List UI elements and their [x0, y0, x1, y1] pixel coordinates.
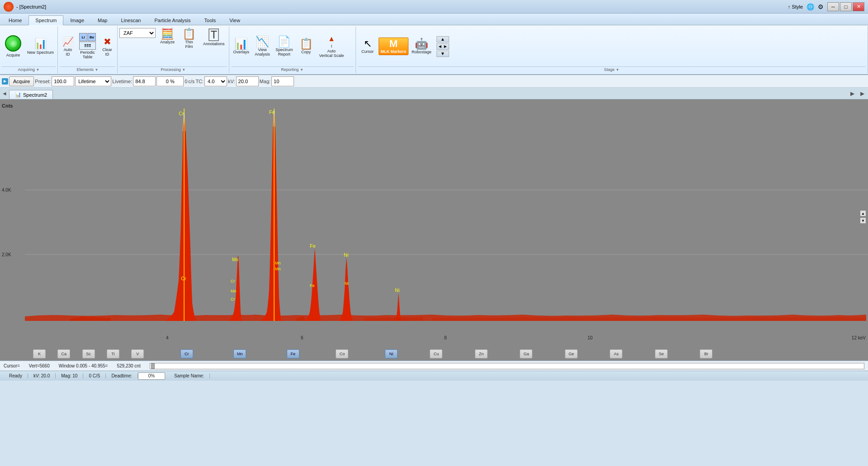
zaf-method-select[interactable]: ZAF Phi-Rho-Z: [119, 28, 156, 38]
app-icon: [4, 2, 14, 12]
ribbon: Acquire 📊 New Spectrum Acquiring ▼ 📈 Aut…: [0, 25, 868, 75]
scrollbar[interactable]: [150, 363, 864, 369]
tab-map[interactable]: Map: [91, 15, 114, 25]
kv-label: kV:: [228, 79, 235, 84]
tab-spectrum[interactable]: Spectrum: [28, 15, 63, 25]
view-analysis-icon: 📉: [256, 36, 269, 47]
tc-select[interactable]: 4.0: [204, 76, 227, 86]
element-markers-row: 4 6 8 10 12 keV: [0, 334, 868, 348]
spectrum-main: Cnts 4.0K 2.0K Cr Cr Fe Mn Cr Mn Cr M: [0, 99, 868, 334]
reporting-group-label: Reporting ▼: [231, 66, 354, 72]
elements-group-label: Elements ▼: [60, 66, 115, 72]
x-label-4: 4: [166, 335, 169, 340]
cursor-label: Cursor=: [4, 363, 20, 368]
svg-text:Mn: Mn: [275, 261, 281, 265]
elem-btn-Fe[interactable]: Fe: [287, 349, 299, 358]
elem-btn-Br[interactable]: Br: [700, 349, 712, 358]
elem-btn-Ge[interactable]: Ge: [565, 349, 578, 358]
tab-home[interactable]: Home: [2, 15, 28, 25]
elem-btn-Zn[interactable]: Zn: [475, 349, 488, 358]
elem-btn-Ti[interactable]: Ti: [107, 349, 119, 358]
svg-text:Fe: Fe: [310, 243, 316, 249]
spectrum2-tab[interactable]: 📊 Spectrum2: [9, 90, 53, 99]
status-mag: Mag: 10: [56, 373, 83, 378]
preset-input[interactable]: [52, 76, 74, 86]
robostage-button[interactable]: 🤖 Robostage: [409, 37, 434, 56]
toolbar-acquire-button[interactable]: Acquire: [9, 76, 34, 86]
acquiring-group-label: Acquiring ▼: [2, 66, 56, 72]
elem-btn-V[interactable]: V: [131, 349, 144, 358]
acquire-icon: [5, 35, 21, 52]
tab-view[interactable]: View: [223, 15, 247, 25]
copy-icon: 📋: [299, 38, 313, 49]
y-axis-label: Cnts: [2, 103, 13, 108]
elem-btn-Mn[interactable]: Mn: [233, 349, 246, 358]
x-axis-labels: 4 6 8 10 12 keV: [25, 334, 868, 348]
spectrum-report-button[interactable]: 📄 SpectrumReport: [273, 35, 295, 58]
scroll-left-button[interactable]: ◄: [2, 90, 7, 97]
svg-text:Fe: Fe: [310, 283, 315, 288]
lifetime-select[interactable]: Lifetime Realtime: [75, 76, 111, 86]
livetime-label: Livetime:: [112, 79, 132, 84]
mlk-markers-button[interactable]: M MLK Markers: [379, 38, 409, 56]
tab-image[interactable]: Image: [63, 15, 91, 25]
close-button[interactable]: ✕: [853, 2, 864, 11]
counts-display: 529,230 cnt: [117, 363, 140, 368]
elem-btn-Cu[interactable]: Cu: [430, 349, 442, 358]
auto-id-button[interactable]: 📈 AutoID: [60, 35, 76, 58]
tab-linescan[interactable]: Linescan: [114, 15, 147, 25]
tab-add-button[interactable]: ▶: [850, 90, 854, 97]
scroll-down-button[interactable]: ▼: [860, 217, 866, 224]
status-sample-name: Sample Name:: [169, 373, 210, 378]
scrollbar-thumb[interactable]: [151, 363, 155, 369]
elem-btn-Se[interactable]: Se: [655, 349, 668, 358]
analyze-button[interactable]: 🧮 Analyze: [157, 27, 177, 46]
spectrum-tabs: ◄ 📊 Spectrum2 ▶ ▶: [0, 88, 868, 99]
maximize-button[interactable]: □: [840, 2, 852, 11]
stage-left-right[interactable]: ◄►: [436, 43, 449, 50]
svg-text:Cr: Cr: [231, 297, 235, 301]
clear-id-button[interactable]: ✖ ClearID: [99, 35, 115, 58]
elem-btn-Cr[interactable]: Cr: [180, 349, 193, 358]
copy-button[interactable]: 📋 Copy: [296, 37, 316, 56]
mag-input[interactable]: [271, 76, 294, 86]
stage-down-button[interactable]: ▼: [436, 51, 449, 57]
scroll-up-button[interactable]: ▲: [860, 210, 866, 217]
elem-btn-Co[interactable]: Co: [336, 349, 348, 358]
status-deadtime-label: Deadtime:: [106, 373, 138, 378]
ribbon-group-stage: ↖ Cursor M MLK Markers 🤖 Robostage ▲ ◄► …: [356, 26, 868, 73]
kv-input[interactable]: [236, 76, 259, 86]
svg-text:Cr: Cr: [179, 111, 184, 116]
elem-btn-Ni[interactable]: Ni: [385, 349, 398, 358]
annotations-button[interactable]: T Annotations: [201, 27, 227, 48]
status-ready: Ready: [4, 373, 28, 378]
elem-btn-Sc[interactable]: Sc: [82, 349, 95, 358]
overlays-button[interactable]: 📊 Overlays: [231, 37, 252, 56]
cursor-button[interactable]: ↖ Cursor: [358, 38, 378, 56]
robostage-icon: 🤖: [415, 38, 428, 49]
new-spectrum-button[interactable]: 📊 New Spectrum: [25, 37, 56, 56]
periodic-table-button[interactable]: Li Be ⣿⣿⣿ PeriodicTable: [77, 32, 98, 61]
view-analysis-button[interactable]: 📉 ViewAnalysis: [252, 35, 272, 58]
new-spectrum-icon: 📊: [34, 38, 47, 50]
elem-btn-Ga[interactable]: Ga: [520, 349, 532, 358]
scroll-right-button[interactable]: ▶: [860, 90, 864, 97]
settings-icon[interactable]: ⚙: [818, 3, 824, 10]
stage-up-button[interactable]: ▲: [436, 36, 449, 42]
elem-btn-As[interactable]: As: [610, 349, 622, 358]
livetime-input[interactable]: [133, 76, 156, 86]
tab-tools[interactable]: Tools: [198, 15, 223, 25]
mlk-markers-icon: M: [389, 39, 398, 49]
thin-film-button[interactable]: 📋 ThinFilm: [179, 27, 199, 51]
elem-btn-Ca[interactable]: Ca: [57, 349, 70, 358]
tab-particle-analysis[interactable]: Particle Analysis: [147, 15, 197, 25]
overlays-icon: 📊: [234, 38, 248, 49]
elem-btn-K[interactable]: K: [33, 349, 46, 358]
element-buttons-row: K Ca Sc Ti V Cr Mn Fe Co Ni Cu Zn Ga Ge …: [0, 348, 868, 361]
svg-text:Mn: Mn: [231, 289, 237, 293]
spectrum-tab-label: Spectrum2: [23, 92, 47, 98]
auto-vertical-scale-button[interactable]: ▲ ↕ AutoVertical Scale: [317, 33, 346, 60]
acquire-button[interactable]: Acquire: [2, 33, 24, 60]
x-label-6: 6: [301, 335, 304, 340]
minimize-button[interactable]: ─: [827, 2, 839, 11]
